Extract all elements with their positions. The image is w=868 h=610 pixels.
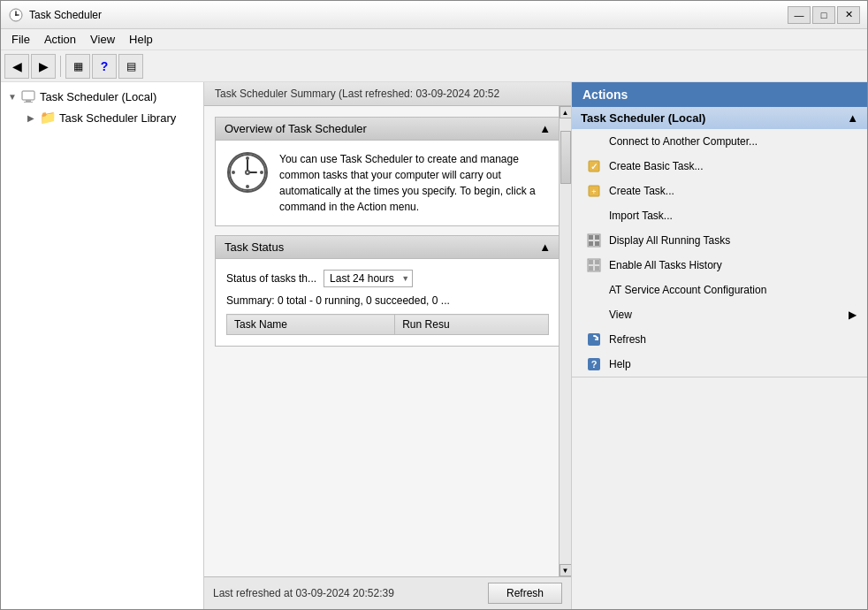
overview-section-header[interactable]: Overview of Task Scheduler ▲ — [216, 118, 560, 141]
status-filter-row: Status of tasks th... Last 24 hours Last… — [226, 270, 549, 287]
menu-file[interactable]: File — [4, 31, 37, 48]
task-table: Task Name Run Resu — [226, 314, 549, 335]
folder-icon: 📁 — [40, 110, 56, 126]
sidebar-library-label: Task Scheduler Library — [59, 111, 176, 125]
svg-rect-26 — [589, 260, 593, 264]
toolbar-separator-1 — [60, 56, 61, 77]
summary-text: Summary: 0 total - 0 running, 0 succeede… — [226, 294, 549, 307]
toolbar-btn-grid[interactable]: ▦ — [65, 54, 90, 79]
svg-rect-5 — [26, 100, 31, 102]
svg-rect-28 — [589, 266, 593, 271]
main-scrollbar[interactable]: ▲ ▼ — [559, 106, 571, 576]
refresh-button[interactable]: Refresh — [488, 583, 562, 604]
task-status-section-header[interactable]: Task Status ▲ — [216, 236, 560, 259]
action-display-running[interactable]: Display All Running Tasks — [572, 228, 867, 253]
action-create-basic[interactable]: ✓ Create Basic Task... — [572, 154, 867, 179]
svg-text:?: ? — [591, 359, 598, 370]
main-content: Overview of Task Scheduler ▲ — [204, 106, 571, 576]
create-basic-icon: ✓ — [586, 158, 602, 174]
toolbar: ◀ ▶ ▦ ? ▤ — [1, 50, 867, 82]
svg-rect-27 — [595, 260, 599, 264]
expand-arrow-root: ▼ — [8, 92, 20, 102]
task-status-title: Task Status — [225, 240, 284, 254]
sidebar: ▼ Task Scheduler (Local) ▶ 📁 Task Schedu… — [1, 82, 204, 609]
close-button[interactable]: ✕ — [837, 6, 860, 24]
expand-arrow-library: ▶ — [27, 113, 40, 123]
refresh-timestamp: Last refreshed at 03-09-2024 20:52:39 — [213, 587, 394, 599]
minimize-button[interactable]: — — [788, 6, 811, 24]
svg-text:✓: ✓ — [590, 162, 598, 172]
task-status-collapse-icon: ▲ — [539, 240, 551, 254]
action-at-service[interactable]: AT Service Account Configuration — [572, 278, 867, 302]
menu-help[interactable]: Help — [122, 31, 160, 48]
action-import-label: Import Task... — [609, 210, 673, 222]
display-running-icon — [586, 233, 602, 248]
menu-bar: File Action View Help — [1, 29, 867, 50]
menu-action[interactable]: Action — [37, 31, 83, 48]
submenu-arrow: ▶ — [849, 309, 857, 321]
svg-rect-21 — [589, 235, 593, 240]
actions-group-local: Task Scheduler (Local) ▲ Connect to Anot… — [572, 107, 867, 377]
menu-view[interactable]: View — [83, 31, 122, 48]
action-view[interactable]: View ▶ — [572, 302, 867, 327]
refresh-icon — [586, 332, 602, 347]
overview-description: You can use Task Scheduler to create and… — [279, 151, 549, 215]
action-connect[interactable]: Connect to Another Computer... — [572, 129, 867, 154]
connect-icon — [586, 133, 602, 149]
svg-rect-29 — [595, 266, 599, 271]
actions-title: Actions — [572, 82, 867, 107]
col-task-name: Task Name — [227, 315, 395, 335]
action-create[interactable]: + Create Task... — [572, 179, 867, 203]
action-display-running-label: Display All Running Tasks — [609, 234, 730, 247]
window-controls: — □ ✕ — [788, 6, 860, 24]
forward-button[interactable]: ▶ — [31, 54, 56, 79]
maximize-button[interactable]: □ — [812, 6, 835, 24]
title-bar: Task Scheduler — □ ✕ — [1, 1, 867, 29]
svg-point-13 — [247, 186, 248, 187]
action-at-service-label: AT Service Account Configuration — [609, 284, 766, 296]
content-area: ▼ Task Scheduler (Local) ▶ 📁 Task Schedu… — [1, 82, 867, 609]
overview-collapse-icon: ▲ — [539, 122, 551, 135]
window-title: Task Scheduler — [29, 9, 788, 21]
svg-rect-6 — [24, 102, 33, 103]
action-help[interactable]: ? Help — [572, 352, 867, 377]
toolbar-btn-list[interactable]: ▤ — [118, 54, 143, 79]
scroll-down-arrow[interactable]: ▼ — [560, 564, 572, 576]
col-run-result: Run Resu — [395, 315, 549, 335]
action-enable-history[interactable]: Enable All Tasks History — [572, 253, 867, 278]
scroll-thumb[interactable] — [560, 131, 571, 184]
toolbar-btn-help[interactable]: ? — [92, 54, 117, 79]
main-header: Task Scheduler Summary (Last refreshed: … — [204, 82, 571, 106]
sidebar-root-label: Task Scheduler (Local) — [40, 90, 156, 103]
action-connect-label: Connect to Another Computer... — [609, 135, 758, 148]
action-view-label: View — [609, 309, 632, 321]
scroll-up-arrow[interactable]: ▲ — [560, 106, 572, 118]
svg-rect-23 — [589, 241, 593, 246]
svg-point-15 — [261, 172, 263, 173]
action-create-label: Create Task... — [609, 185, 674, 197]
actions-group-collapse: ▲ — [847, 111, 858, 125]
overview-section: Overview of Task Scheduler ▲ — [215, 117, 560, 226]
sidebar-item-root[interactable]: ▼ Task Scheduler (Local) — [1, 86, 203, 107]
clock-icon — [226, 151, 269, 194]
status-select-wrapper: Last 24 hours Last 7 days Last 30 days — [324, 270, 413, 287]
main-panel: Task Scheduler Summary (Last refreshed: … — [204, 82, 571, 609]
sidebar-item-library[interactable]: ▶ 📁 Task Scheduler Library — [1, 107, 203, 128]
back-button[interactable]: ◀ — [4, 54, 29, 79]
action-help-label: Help — [609, 358, 631, 370]
svg-point-11 — [246, 171, 249, 174]
action-refresh[interactable]: Refresh — [572, 327, 867, 352]
action-import[interactable]: Import Task... — [572, 203, 867, 228]
help-icon: ? — [586, 356, 602, 372]
enable-history-icon — [586, 257, 602, 273]
status-label: Status of tasks th... — [226, 272, 316, 285]
task-status-content: Status of tasks th... Last 24 hours Last… — [216, 259, 560, 346]
import-icon — [586, 208, 602, 224]
status-select[interactable]: Last 24 hours Last 7 days Last 30 days — [324, 270, 413, 287]
actions-group-header[interactable]: Task Scheduler (Local) ▲ — [572, 107, 867, 129]
computer-icon — [20, 88, 36, 104]
view-icon — [586, 307, 602, 323]
at-service-icon — [586, 282, 602, 298]
task-status-section: Task Status ▲ Status of tasks th... Last… — [215, 235, 560, 347]
svg-point-14 — [232, 172, 234, 173]
